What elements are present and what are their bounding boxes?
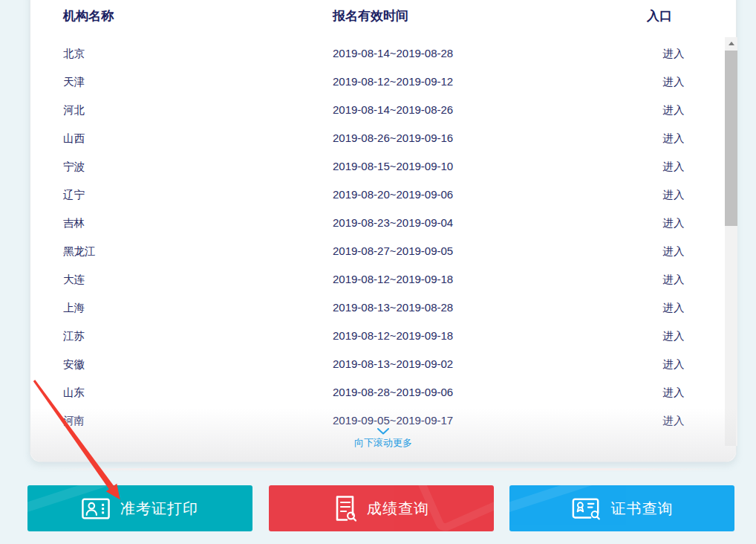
- table-row: 黑龙江 2019-08-27~2019-09-05 进入: [30, 237, 736, 265]
- entry-link[interactable]: 进入: [663, 415, 685, 427]
- valid-time-range: 2019-08-12~2019-09-18: [333, 265, 453, 294]
- institution-name: 宁波: [63, 152, 85, 181]
- scrollbar-thumb[interactable]: [725, 51, 737, 226]
- table-body: 北京 2019-08-14~2019-08-28 进入 天津 2019-08-1…: [30, 39, 736, 435]
- scroll-more-hint: 向下滚动更多: [30, 428, 736, 450]
- entry-link[interactable]: 进入: [663, 302, 685, 314]
- institution-name: 辽宁: [63, 181, 85, 209]
- table-row: 山东 2019-08-28~2019-09-06 进入: [30, 378, 736, 407]
- column-header-valid-time: 报名有效时间: [333, 7, 408, 25]
- institution-name: 天津: [63, 68, 85, 96]
- valid-time-range: 2019-08-13~2019-08-28: [333, 294, 453, 322]
- table-row: 山西 2019-08-26~2019-09-16 进入: [30, 124, 736, 152]
- valid-time-range: 2019-08-26~2019-09-16: [333, 124, 453, 152]
- entry-link[interactable]: 进入: [663, 189, 685, 201]
- institution-name: 山东: [63, 378, 85, 407]
- table-row: 河北 2019-08-14~2019-08-26 进入: [30, 96, 736, 124]
- institution-name: 吉林: [63, 209, 85, 237]
- valid-time-range: 2019-08-23~2019-09-04: [333, 209, 453, 237]
- button-label: 成绩查询: [367, 499, 429, 519]
- score-search-icon: [333, 495, 356, 522]
- column-header-institution: 机构名称: [63, 7, 114, 25]
- entry-link[interactable]: 进入: [663, 76, 685, 88]
- entry-link[interactable]: 进入: [663, 48, 685, 59]
- registration-table-panel: 机构名称 报名有效时间 入口 北京 2019-08-14~2019-08-28 …: [30, 0, 737, 462]
- institution-name: 江苏: [63, 322, 85, 350]
- valid-time-range: 2019-08-14~2019-08-26: [333, 96, 453, 124]
- entry-link[interactable]: 进入: [663, 386, 685, 398]
- chevron-down-icon: [377, 428, 389, 435]
- entry-link[interactable]: 进入: [663, 330, 685, 342]
- valid-time-range: 2019-08-13~2019-09-02: [333, 350, 453, 378]
- admission-ticket-print-button[interactable]: 准考证打印: [27, 485, 252, 531]
- table-row: 上海 2019-08-13~2019-08-28 进入: [30, 294, 736, 322]
- score-query-button[interactable]: 成绩查询: [269, 485, 494, 531]
- valid-time-range: 2019-08-12~2019-09-18: [333, 322, 453, 350]
- valid-time-range: 2019-08-12~2019-09-12: [333, 68, 453, 96]
- table-row: 大连 2019-08-12~2019-09-18 进入: [30, 265, 736, 294]
- valid-time-range: 2019-08-20~2019-09-06: [333, 181, 453, 209]
- institution-name: 安徽: [63, 350, 85, 378]
- entry-link[interactable]: 进入: [663, 245, 685, 257]
- entry-link[interactable]: 进入: [663, 104, 685, 116]
- entry-link[interactable]: 进入: [663, 358, 685, 370]
- scrollbar-track[interactable]: [725, 37, 737, 446]
- button-label: 证书查询: [611, 499, 674, 519]
- table-row: 辽宁 2019-08-20~2019-09-06 进入: [30, 181, 736, 209]
- valid-time-range: 2019-08-27~2019-09-05: [333, 237, 453, 265]
- scroll-more-label: 向下滚动更多: [30, 436, 736, 450]
- certificate-search-icon: [571, 497, 601, 520]
- table-row: 天津 2019-08-12~2019-09-12 进入: [30, 68, 736, 96]
- valid-time-range: 2019-08-28~2019-09-06: [333, 378, 453, 407]
- panel-reflection-line: [45, 468, 725, 470]
- certificate-query-button[interactable]: 证书查询: [509, 485, 734, 531]
- scrollbar-up-arrow-icon[interactable]: [725, 37, 737, 50]
- table-row: 北京 2019-08-14~2019-08-28 进入: [30, 39, 736, 68]
- institution-name: 北京: [63, 39, 85, 68]
- table-row: 宁波 2019-08-15~2019-09-10 进入: [30, 152, 736, 181]
- entry-link[interactable]: 进入: [663, 273, 685, 285]
- admission-ticket-icon: [82, 498, 110, 519]
- entry-link[interactable]: 进入: [663, 217, 685, 229]
- table-row: 江苏 2019-08-12~2019-09-18 进入: [30, 322, 736, 350]
- entry-link[interactable]: 进入: [663, 161, 685, 172]
- entry-link[interactable]: 进入: [663, 132, 685, 144]
- institution-name: 上海: [63, 294, 85, 322]
- table-row: 安徽 2019-08-13~2019-09-02 进入: [30, 350, 736, 378]
- valid-time-range: 2019-08-14~2019-08-28: [333, 39, 453, 68]
- institution-name: 黑龙江: [63, 237, 96, 265]
- table-row: 吉林 2019-08-23~2019-09-04 进入: [30, 209, 736, 237]
- institution-name: 大连: [63, 265, 85, 294]
- button-label: 准考证打印: [120, 499, 198, 519]
- column-header-entry: 入口: [647, 7, 672, 25]
- valid-time-range: 2019-08-15~2019-09-10: [333, 152, 453, 181]
- institution-name: 河北: [63, 96, 85, 124]
- action-button-row: 准考证打印 成绩查询: [0, 485, 756, 531]
- table-header-row: 机构名称 报名有效时间 入口: [30, 7, 736, 25]
- institution-name: 山西: [63, 124, 85, 152]
